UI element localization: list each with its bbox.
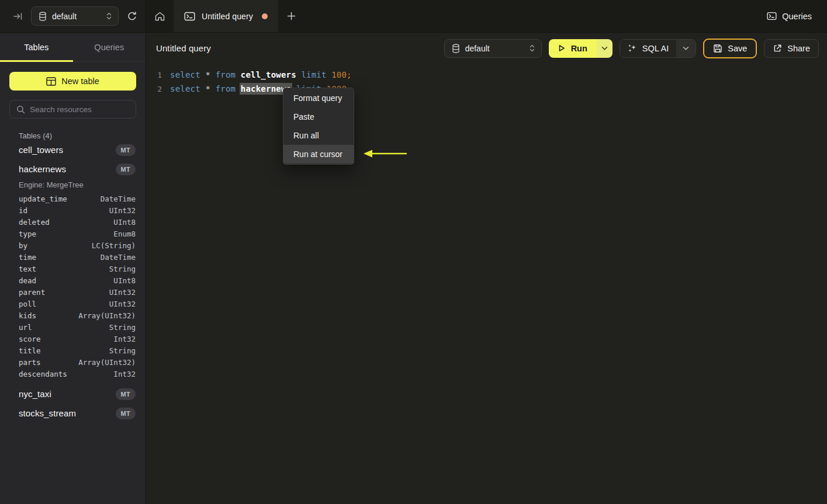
column-name: parent [19,288,45,297]
query-header: Untitled query default [147,33,827,63]
engine-badge: MT [116,144,136,156]
share-button-label: Share [787,44,810,53]
share-button[interactable]: Share [764,39,819,58]
column-type: LC(String) [92,241,136,250]
sql-ai-button[interactable]: SQL AI [620,40,676,57]
column-row: partsArray(UInt32) [0,356,146,368]
engine-badge: MT [116,408,136,419]
sidebar: Tables Queries New table Tables (4) cell… [0,33,146,504]
collapse-sidebar-button[interactable] [13,12,23,21]
sql-ai-label: SQL AI [642,44,669,53]
save-button-label: Save [728,44,747,53]
column-row: parentUInt32 [0,286,146,298]
menu-item-run-all[interactable]: Run all [283,126,354,145]
column-row: titleString [0,345,146,356]
run-split-button: Run [549,39,613,58]
token-keyword: from [216,70,236,79]
column-type: DateTime [101,253,136,262]
code-line[interactable]: 2select * from hackernews limit 1000 [147,82,827,96]
database-icon [452,44,460,53]
terminal-icon [767,12,777,20]
editor-context-menu: Format queryPasteRun allRun at cursor [283,88,354,165]
chevron-updown-icon [106,12,112,20]
new-table-button[interactable]: New table [9,72,136,91]
column-row: scoreInt32 [0,333,146,345]
topbar-right-section: Queries [767,0,827,32]
column-type: Enum8 [113,230,136,238]
token-keyword: select [170,70,200,79]
column-name: text [19,265,36,273]
column-type: DateTime [101,194,136,203]
new-tab-button[interactable] [278,0,305,32]
line-number: 2 [147,85,162,93]
column-name: deleted [19,218,50,227]
column-name: type [19,230,36,238]
refresh-button[interactable] [127,11,137,22]
column-row: deadUInt8 [0,274,146,286]
database-icon [39,12,47,21]
column-name: kids [19,311,36,320]
external-link-icon [773,44,782,53]
column-row: urlString [0,321,146,333]
queries-button[interactable]: Queries [767,12,812,21]
column-name: time [19,253,36,262]
table-row-hackernews[interactable]: hackernews MT [0,159,146,179]
table-row-stocks-stream[interactable]: stocks_stream MT [0,404,146,423]
topbar-database-value: default [52,12,101,21]
collapse-right-icon [13,12,23,21]
hackernews-columns-list: update_timeDateTimeidUInt32deletedUInt8t… [0,193,146,380]
menu-item-format-query[interactable]: Format query [283,89,354,107]
token-keyword: select [170,84,200,93]
column-name: url [19,323,32,332]
table-row-nyc-taxi[interactable]: nyc_taxi MT [0,384,146,404]
engine-badge: MT [116,164,136,175]
token-plain [210,84,216,93]
chevron-updown-icon [529,44,535,53]
menu-item-paste[interactable]: Paste [283,107,354,126]
sidebar-tab-queries[interactable]: Queries [73,33,146,61]
engine-badge: MT [116,388,136,400]
column-row: timeDateTime [0,251,146,263]
column-row: update_timeDateTime [0,193,146,204]
sql-editor[interactable]: 1select * from cell_towers limit 100;2se… [147,63,827,96]
query-title: Untitled query [156,43,211,53]
search-resources-input[interactable] [30,105,133,114]
sql-ai-options-caret[interactable] [676,40,695,57]
sql-ai-split-button: SQL AI [620,39,696,58]
topbar-database-selector[interactable]: default [31,6,119,26]
column-name: title [19,346,41,355]
token-table: cell_towers [241,70,296,79]
plus-icon [287,12,296,20]
column-type: Array(UInt32) [78,358,136,367]
chevron-down-icon [601,46,608,51]
run-button-label: Run [571,44,587,53]
code-text: select * from cell_towers limit 100; [170,70,352,79]
table-row-cell-towers[interactable]: cell_towers MT [0,140,146,159]
home-button[interactable] [146,0,174,32]
column-type: UInt32 [109,300,136,308]
column-row: pollUInt32 [0,298,146,310]
column-row: idUInt32 [0,204,146,216]
run-options-caret[interactable] [597,39,613,58]
token-operator: * [205,70,210,79]
play-icon [557,44,566,53]
query-toolbar: default Run [444,39,819,58]
run-button[interactable]: Run [549,39,597,58]
code-line[interactable]: 1select * from cell_towers limit 100; [147,68,827,82]
query-database-value: default [465,44,524,53]
annotation-arrow-left-icon [364,148,408,159]
save-icon [713,44,722,53]
query-database-selector[interactable]: default [444,39,542,58]
column-row: byLC(String) [0,239,146,251]
column-type: UInt8 [113,276,136,285]
tab-untitled-query[interactable]: Untitled query [174,0,278,32]
column-type: UInt32 [109,288,136,297]
column-name: poll [19,300,36,308]
table-engine-label: Engine: MergeTree [19,180,146,189]
column-name: dead [19,276,36,285]
menu-item-run-at-cursor[interactable]: Run at cursor [283,145,354,164]
token-keyword: from [216,84,236,93]
sidebar-tab-tables[interactable]: Tables [0,33,73,61]
sparkles-icon [627,43,637,53]
save-button[interactable]: Save [703,39,757,58]
